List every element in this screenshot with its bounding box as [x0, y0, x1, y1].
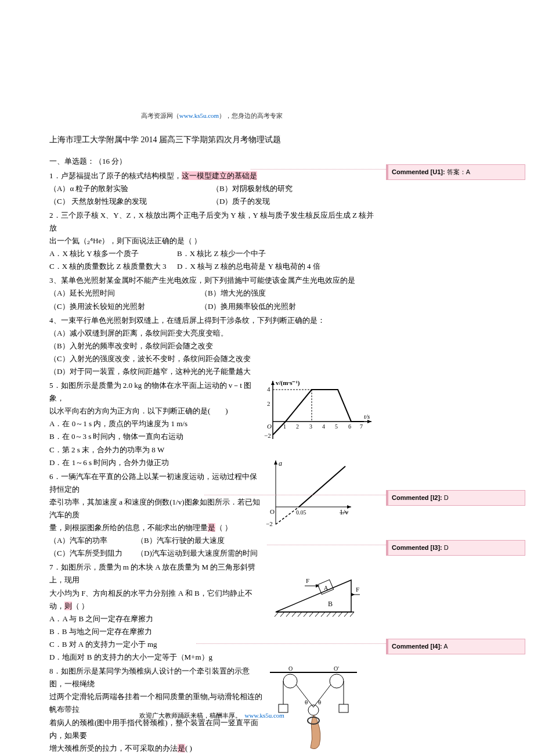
svg-line-55: [350, 612, 354, 617]
q4-opt-b: （B）入射光的频率改变时，条纹间距会随之改变: [49, 340, 374, 352]
header-site: 高考资源网（: [141, 112, 179, 119]
comment-u1: Commented [U1]: 答案：A: [386, 164, 525, 180]
svg-line-43: [280, 612, 284, 617]
q1-highlight: 这一模型建立的基础是: [182, 171, 257, 180]
q5-l1: 5．如图所示是质量为 2.0 kg 的物体在水平面上运动的 v－t 图象，: [49, 379, 264, 405]
svg-point-58: [330, 674, 344, 688]
page-header: 高考资源网（www.ks5u.com），您身边的高考专家: [49, 110, 374, 121]
svg-line-52: [333, 612, 337, 617]
q1-opts-row1: （A）α 粒子的散射实验 （B）对阴极射线的研究: [49, 182, 374, 195]
svg-text:2: 2: [296, 423, 299, 430]
question-2-line2: 出一个氦（₂⁴He），则下面说法正确的是（ ）: [49, 235, 374, 247]
svg-marker-1: [367, 420, 371, 423]
svg-line-48: [309, 612, 313, 617]
q2-l2-pre: 出一个氦（: [49, 236, 87, 245]
incline-diagram-icon: A B F F: [264, 566, 363, 624]
q8-highlight: 是: [178, 744, 185, 753]
q7-l2: 大小均为 F、方向相反的水平力分别推 A 和 B，它们均静止不动，则（ ）: [49, 587, 264, 613]
svg-line-47: [304, 612, 308, 617]
svg-text:a: a: [279, 459, 282, 467]
comment-l2-text: D: [442, 494, 449, 501]
q6-opts-row2: （C）汽车所受到阻力 （D)汽车运动到最大速度所需的时间: [49, 547, 264, 560]
question-1: 1．卢瑟福提出了原子的核式结构模型，这一模型建立的基础是: [49, 170, 374, 182]
svg-text:F: F: [306, 577, 309, 584]
svg-text:1: 1: [283, 423, 286, 430]
q1-opt-c: （C） 天然放射性现象的发现: [49, 195, 212, 208]
svg-text:−2: −2: [264, 432, 271, 439]
header-url: www.ks5u.com: [179, 112, 219, 119]
q8-l4: 增大颈椎所受的拉力，不可采取的办法是( ): [49, 742, 264, 755]
q1-stem: 1．卢瑟福提出了原子的核式结构模型，: [49, 171, 182, 180]
q2-opt-d: D．X 核与 Z 核的总电荷是 Y 核电荷的 4 倍: [177, 260, 374, 273]
q6-opts-row1: （A）汽车的功率 （B）汽车行驶的最大速度: [49, 534, 264, 547]
q7-opt-d: D．地面对 B 的支持力的大小一定等于（M+m）g: [49, 651, 264, 664]
svg-line-23: [299, 466, 345, 507]
comment-l4-label: Commented [l4]:: [392, 643, 442, 650]
svg-text:O: O: [288, 665, 293, 672]
comment-u1-label: Commented [U1]:: [392, 168, 445, 175]
vt-graph-icon: 4 2 −2 O 1 2 3 4 5 6 7 t/s v/(m·s⁻¹): [264, 378, 374, 442]
q6-l2: 牵引功率，其加速度 a 和速度的倒数(1/v)图象如图所示．若已知汽车的质: [49, 496, 264, 521]
document-title: 上海市理工大学附属中学 2014 届高三下学期第四次月考物理试题: [49, 133, 374, 147]
connector-2: [204, 495, 386, 495]
svg-text:B: B: [328, 600, 333, 608]
q6-l1: 6．一辆汽车在平直的公路上以某一初速度运动，运动过程中保持恒定的: [49, 470, 264, 496]
svg-text:F: F: [356, 586, 359, 593]
svg-text:1/v: 1/v: [340, 508, 348, 516]
connector-1: [251, 169, 386, 170]
q2-opt-c: C．X 核的质量数比 Z 核质量数大 3: [49, 260, 177, 273]
q3-opts-row2: （C）换用波长较短的光照射 （D）换用频率较低的光照射: [49, 300, 374, 313]
q2-opt-b: B．X 核比 Z 核少一个中子: [177, 247, 374, 260]
comment-l2: Commented [l2]: D: [386, 490, 525, 506]
svg-marker-3: [271, 381, 275, 385]
svg-line-45: [292, 612, 296, 617]
q1-opt-b: （B）对阴极射线的研究: [212, 182, 374, 195]
svg-marker-22: [274, 460, 277, 465]
svg-line-51: [327, 612, 331, 617]
q1-opts-row2: （C） 天然放射性现象的发现 （D）质子的发现: [49, 195, 374, 208]
svg-line-49: [315, 612, 319, 617]
q1-opt-a: （A）α 粒子的散射实验: [49, 182, 212, 195]
svg-text:θ: θ: [318, 699, 321, 705]
svg-text:7: 7: [360, 423, 363, 430]
comment-l3-text: D: [442, 544, 449, 551]
svg-line-53: [338, 612, 342, 617]
q3-opt-a: （A）延长光照时间: [49, 287, 200, 300]
comment-l4-text: A: [442, 643, 448, 650]
svg-marker-31: [276, 580, 351, 612]
header-suffix: ），您身边的高考专家: [219, 112, 283, 119]
q7-opt-b: B．B 与地之间一定存在摩擦力: [49, 625, 264, 638]
q7-opt-c: C．B 对 A 的支持力一定小于 mg: [49, 638, 264, 651]
svg-line-50: [321, 612, 325, 617]
q2-opt-a: A．X 核比 Y 核多一个质子: [49, 247, 177, 260]
q5-opt-c: C．第 2 s 末，合外力的功率为 8 W: [49, 444, 264, 456]
svg-line-44: [286, 612, 290, 617]
svg-text:A: A: [324, 585, 329, 591]
q5-l2: 以水平向右的方向为正方向．以下判断正确的是( ): [49, 405, 264, 417]
question-4: 4、一束平行单色光照射到双缝上，在缝后屏上得到干涉条纹，下列判断正确的是：: [49, 314, 374, 327]
q4-opt-c: （C）入射光的强度改变，波长不变时，条纹间距会随之改变: [49, 352, 374, 365]
svg-text:4: 4: [267, 386, 270, 393]
svg-line-54: [344, 612, 348, 617]
comment-l3: Commented [l3]: D: [386, 540, 525, 556]
question-2-line1: 2．三个原子核 X、Y、Z，X 核放出两个正电子后变为 Y 核，Y 核与质子发生…: [49, 209, 374, 235]
svg-text:4: 4: [322, 423, 325, 430]
q6-opt-b: （B）汽车行驶的最大速度: [136, 534, 264, 547]
q7-highlight: 则: [64, 602, 72, 610]
q4-opt-a: （A）减小双缝到屏的距离，条纹间距变大亮度变暗。: [49, 327, 374, 340]
svg-text:2: 2: [267, 400, 270, 407]
q2-opts-row1: A．X 核比 Y 核多一个质子 B．X 核比 Z 核少一个中子: [49, 247, 374, 260]
q5-opt-b: B．在 0～3 s 时间内，物体一直向右运动: [49, 430, 264, 443]
q5-opt-a: A．在 0～1 s 内，质点的平均速度为 1 m/s: [49, 417, 264, 430]
svg-point-57: [283, 674, 297, 688]
svg-line-66: [313, 685, 331, 707]
q6-opt-a: （A）汽车的功率: [49, 534, 136, 547]
question-5-block: 5．如图所示是质量为 2.0 kg 的物体在水平面上运动的 v－t 图象， 以水…: [49, 378, 374, 469]
q2-opts-row2: C．X 核的质量数比 Z 核质量数大 3 D．X 核与 Z 核的总电荷是 Y 核…: [49, 260, 374, 273]
comment-u1-text: 答案：A: [445, 168, 470, 175]
q6-opt-d: （D)汽车运动到最大速度所需的时间: [136, 547, 264, 560]
comment-l2-label: Commented [l2]:: [392, 494, 442, 501]
svg-text:v/(m·s⁻¹): v/(m·s⁻¹): [276, 379, 300, 387]
question-6-block: 6．一辆汽车在平直的公路上以某一初速度运动，运动过程中保持恒定的 牵引功率，其加…: [49, 469, 374, 560]
a-invv-graph-icon: a O −2 0.05 1/v: [264, 458, 357, 527]
